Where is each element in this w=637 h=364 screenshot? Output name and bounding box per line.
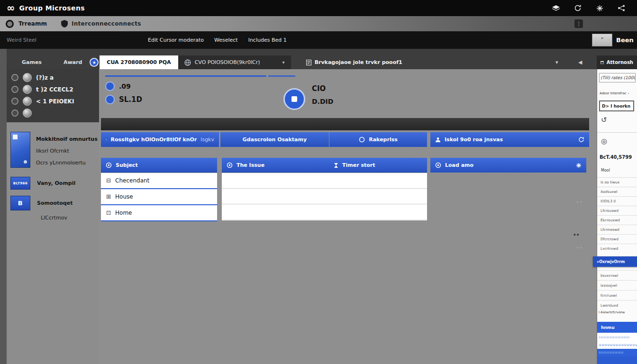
record-ring-icon[interactable] xyxy=(6,20,14,28)
list-item[interactable]: bsvxcrxwl xyxy=(597,270,637,280)
sidebar-lower: Mokkitnoif omnurtus liksrl Ofcrnkt Ocrs … xyxy=(7,122,99,221)
badge-row[interactable]: BLT966 Vany, Oompil xyxy=(10,177,94,190)
stripe-row[interactable]: IIIIIIIIIIIIIIII xyxy=(597,349,637,356)
header-register[interactable]: Rossltgkv hOlOnOr8tlOf knOr lsgkv xyxy=(101,132,219,147)
progress-line-long xyxy=(105,75,266,77)
left-edge-strip xyxy=(0,49,7,364)
list-item[interactable]: Dfcrcrowd xyxy=(597,234,637,244)
policy-dropdown[interactable]: CVO POlOSOlOB(9kr0lCr) ▾ xyxy=(178,55,291,69)
issue-grid-row[interactable] xyxy=(222,204,427,220)
stripe-row[interactable] xyxy=(597,356,637,364)
menubar: Weird Steel Edit Cursor moderato Weselec… xyxy=(0,31,637,49)
column-header-issue[interactable]: The Issue xyxy=(222,158,329,173)
menu-item-edit-cursor[interactable]: Edit Cursor moderato xyxy=(147,37,205,43)
toolbar: Trreamm Interconnecconnects ⋮ xyxy=(0,16,637,31)
selected-list-item-home[interactable]: hnmu xyxy=(597,322,637,333)
marker-dots: ◦◦ xyxy=(576,246,583,250)
badge-label: Somootoqet xyxy=(37,200,73,206)
issue-grid-row[interactable] xyxy=(222,173,427,189)
list-item[interactable]: fcrcruxwl xyxy=(597,290,637,300)
issue-grid-row[interactable] xyxy=(222,189,427,204)
tabstrip-note-label: Brvkagojaoe jole trvkr pooof1 xyxy=(315,59,402,65)
header-selection-label: Gdascrolon Osaktamy xyxy=(243,136,307,143)
big-stat-circle-icon xyxy=(283,88,305,110)
tab-active-cua[interactable]: CUA 2708080900 PQA xyxy=(100,55,178,69)
right-panel-tab-label: Attornosh xyxy=(607,60,633,65)
sidebar-card: Mokkitnoif omnurtus liksrl Ofcrnkt Ocrs … xyxy=(10,132,94,168)
sidebar-link[interactable]: Mokkitnoif omnurtus xyxy=(36,136,98,142)
tab-strip: Games Award ★ CUA 2708080900 PQA CVO POl… xyxy=(7,55,637,69)
stripe-row[interactable]: IIIIIIIIIIIIIIIIIIII xyxy=(597,334,637,341)
list-item[interactable]: IODIL3 II xyxy=(597,196,637,206)
layers-icon[interactable] xyxy=(552,4,560,12)
menu-item-weselect[interactable]: Weselect xyxy=(213,37,239,43)
tab-games[interactable]: Games xyxy=(16,55,47,69)
sparkle-icon[interactable] xyxy=(595,4,604,12)
table-row-label: House xyxy=(115,193,133,200)
big-stat-label: CIO xyxy=(312,84,326,93)
sidebar-user-row[interactable] xyxy=(7,107,99,119)
panel-refresh-icon[interactable] xyxy=(578,136,584,143)
sidebar-link[interactable]: liksrl Ofcrnkt xyxy=(36,148,98,154)
sidebar-user-row[interactable]: t )2 CCECL2 xyxy=(7,83,99,95)
preview-thumbnail[interactable] xyxy=(10,132,30,168)
stripe-row[interactable]: UUUUUUUUUUUUUU xyxy=(597,341,637,348)
selected-list-item[interactable]: »OxrwjvOrrm xyxy=(593,256,637,267)
panel-gear-icon[interactable] xyxy=(576,163,582,168)
panel-dropdown[interactable]: Adoor Interofrac › xyxy=(600,91,629,95)
column-header-timer[interactable]: Timer stort xyxy=(329,158,427,173)
table-row[interactable]: ⊟ Checendant xyxy=(101,173,217,189)
list-item[interactable]: is oo tiwux xyxy=(597,177,637,187)
header-load-panel-label: Iskol 9o0 roa jnsvas xyxy=(445,136,503,143)
right-panel: (Till) rates (1000 Adoor Interofrac › D>… xyxy=(597,69,637,364)
shield-icon xyxy=(61,20,68,27)
list-item[interactable]: Lwsrsluxd xyxy=(597,300,637,310)
column-header-load-label: Load amo xyxy=(445,162,473,168)
award-star-badge-icon[interactable]: ★ xyxy=(90,58,99,67)
badge-row[interactable]: B Somootoqet xyxy=(10,196,94,210)
column-header-load[interactable]: Load amo xyxy=(430,158,586,173)
sidebar-badges: BLT966 Vany, Oompil B Somootoqet xyxy=(10,177,94,210)
header-load-panel[interactable]: Iskol 9o0 roa jnsvas xyxy=(430,132,589,147)
avatar xyxy=(23,97,32,106)
sidebar-user-row[interactable]: (?)z a xyxy=(7,72,99,83)
share-network-icon[interactable] xyxy=(617,4,626,12)
list-item[interactable]: Lfcnnoswd xyxy=(597,225,637,234)
ring-icon xyxy=(359,136,365,143)
marker-dots: ◦◦ xyxy=(576,200,583,205)
sidebar-link[interactable]: Ocrs yLnnmoloertu xyxy=(36,160,98,166)
menubar-status: Weird Steel xyxy=(7,37,147,43)
menubar-items: Edit Cursor moderato Weselect Includes B… xyxy=(147,37,288,43)
toolbar-profile-label[interactable]: Trreamm xyxy=(18,20,47,27)
list-item[interactable]: lxsrosjvel xyxy=(597,280,637,290)
panel-dropdown-label: Adoor Interofrac xyxy=(600,91,627,95)
badge-blt: BLT966 xyxy=(10,177,30,190)
collapse-panel-button[interactable]: ˄ xyxy=(592,34,612,46)
table-row[interactable]: ⊞ House xyxy=(101,189,217,205)
menu-item-includes[interactable]: Includes Bed 1 xyxy=(247,37,288,43)
stop-square-icon xyxy=(291,96,297,102)
table-row[interactable]: ⊡ Home xyxy=(101,205,217,221)
strip-back-button[interactable]: ◀ xyxy=(578,55,582,69)
undo-icon[interactable]: ↺ xyxy=(601,116,607,124)
list-item[interactable]: Ekcrouxwd xyxy=(597,215,637,225)
column-header-subject[interactable]: Subject xyxy=(101,158,217,173)
titlebar-actions xyxy=(552,4,630,12)
header-rakeprise[interactable]: Rakeprlss xyxy=(329,132,427,147)
target-icon[interactable]: ◎ xyxy=(601,137,607,146)
panel-search-field[interactable]: D> I hoorkn xyxy=(599,100,634,111)
header-selection[interactable]: Gdascrolon Osaktamy xyxy=(220,132,329,147)
tab-award[interactable]: Award xyxy=(58,55,88,69)
refresh-icon[interactable] xyxy=(573,4,582,12)
list-item[interactable]: Aodsuxwl xyxy=(597,187,637,196)
toolbar-overflow-button[interactable]: ⋮ xyxy=(574,19,583,28)
list-item[interactable]: Lvcrtrvwd xyxy=(597,244,637,253)
sidebar-user-row[interactable]: < 1 PEIOEKI xyxy=(7,95,99,107)
sidebar-footer-link[interactable]: LICcrtmov xyxy=(41,215,94,221)
right-panel-header: ˄ Been xyxy=(592,31,637,49)
dot-ring-icon xyxy=(106,162,112,168)
right-panel-tab[interactable]: Attornosh xyxy=(597,55,637,69)
list-item[interactable]: Lfcrouswd xyxy=(597,206,637,215)
toolbar-security-label[interactable]: Interconnecconnects xyxy=(72,20,141,27)
strip-collapse-button[interactable]: ▾ xyxy=(555,55,558,69)
